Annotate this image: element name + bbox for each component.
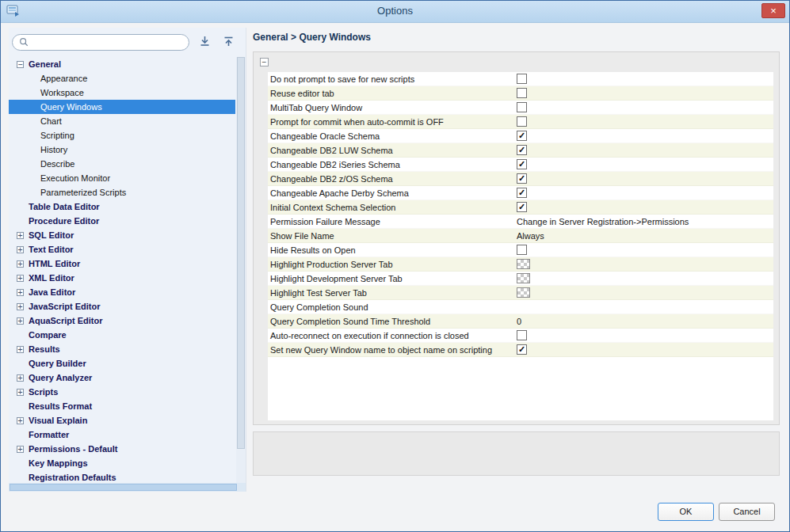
expand-node-icon[interactable]: + xyxy=(17,346,24,353)
setting-row-query-completion-sound-time-threshold: Query Completion Sound Time Threshold0 xyxy=(268,314,773,329)
cancel-button[interactable]: Cancel xyxy=(719,503,775,521)
title-bar[interactable]: Options × xyxy=(1,1,789,23)
checkbox-checked[interactable]: ✓ xyxy=(517,145,527,155)
breadcrumb: General > Query Windows xyxy=(253,28,780,47)
search-input[interactable] xyxy=(32,36,182,49)
collapse-node-icon[interactable]: − xyxy=(17,61,24,68)
checkbox-unchecked[interactable] xyxy=(517,102,527,112)
setting-label: MultiTab Query Window xyxy=(268,103,517,112)
tree-item-parameterized-scripts[interactable]: Parameterized Scripts xyxy=(9,185,235,200)
checkbox-checked[interactable]: ✓ xyxy=(517,159,527,169)
color-swatch[interactable] xyxy=(517,273,530,283)
search-icon xyxy=(19,37,29,48)
tree-item-describe[interactable]: Describe xyxy=(9,157,235,171)
tree-item-appearance[interactable]: Appearance xyxy=(9,71,235,86)
tree-vertical-scrollbar[interactable] xyxy=(236,57,246,483)
tree-item-label: Key Mappings xyxy=(29,458,88,468)
tree-item-results-format[interactable]: Results Format xyxy=(9,399,235,413)
tree-item-history[interactable]: History xyxy=(9,142,235,157)
tree-item-query-windows[interactable]: Query Windows xyxy=(9,100,235,114)
tree-item-text-editor[interactable]: +Text Editor xyxy=(9,242,235,256)
tree-item-javascript-editor[interactable]: +JavaScript Editor xyxy=(9,299,235,314)
tree-horizontal-scrollbar[interactable] xyxy=(9,483,246,492)
checkbox-checked[interactable]: ✓ xyxy=(517,188,527,198)
checkbox-checked[interactable]: ✓ xyxy=(517,344,527,355)
tree-item-scripts[interactable]: +Scripts xyxy=(9,385,235,399)
tree-item-label: Query Builder xyxy=(29,359,86,368)
checkbox-checked[interactable]: ✓ xyxy=(517,202,527,212)
setting-value: ✓ xyxy=(517,188,773,198)
tree-item-registration-defaults[interactable]: Registration Defaults xyxy=(9,470,235,483)
search-box[interactable] xyxy=(12,34,189,51)
tree-item-procedure-editor[interactable]: Procedure Editor xyxy=(9,214,235,228)
setting-label: Set new Query Window name to object name… xyxy=(268,345,517,355)
checkbox-unchecked[interactable] xyxy=(517,88,527,98)
expand-node-icon[interactable]: + xyxy=(17,374,24,382)
tree-item-execution-monitor[interactable]: Execution Monitor xyxy=(9,171,235,185)
tree-item-java-editor[interactable]: +Java Editor xyxy=(9,285,235,299)
tree-item-label: Execution Monitor xyxy=(40,173,110,183)
expand-node-icon[interactable]: + xyxy=(17,260,24,268)
ok-button[interactable]: OK xyxy=(658,503,714,521)
tree-item-aquascript-editor[interactable]: +AquaScript Editor xyxy=(9,314,235,328)
expand-all-icon xyxy=(199,36,211,50)
tree-item-formatter[interactable]: Formatter xyxy=(9,428,235,442)
tree-item-label: Describe xyxy=(40,159,74,169)
setting-value: 0 xyxy=(517,317,773,326)
expand-node-icon[interactable]: + xyxy=(17,246,24,253)
setting-row-prompt-for-commit-when-auto-commit-is-off: Prompt for commit when auto-commit is OF… xyxy=(268,115,773,129)
checkbox-unchecked[interactable] xyxy=(517,116,527,127)
checkbox-unchecked[interactable] xyxy=(517,74,527,84)
setting-label: Changeable DB2 LUW Schema xyxy=(268,146,517,155)
tree-item-general[interactable]: −General xyxy=(9,57,235,71)
expand-node-icon[interactable]: + xyxy=(17,275,24,282)
checkbox-unchecked[interactable] xyxy=(517,245,527,255)
tree-item-html-editor[interactable]: +HTML Editor xyxy=(9,256,235,271)
checkbox-unchecked[interactable] xyxy=(517,330,527,340)
setting-label: Changeable DB2 z/OS Schema xyxy=(268,174,517,184)
close-button[interactable]: × xyxy=(761,3,785,18)
tree-item-visual-explain[interactable]: +Visual Explain xyxy=(9,413,235,428)
expand-node-icon[interactable]: + xyxy=(17,446,24,453)
tree-item-query-analyzer[interactable]: +Query Analyzer xyxy=(9,370,235,385)
tree-item-query-builder[interactable]: Query Builder xyxy=(9,356,235,370)
tree-item-chart[interactable]: Chart xyxy=(9,114,235,128)
checkbox-checked[interactable]: ✓ xyxy=(517,131,527,141)
setting-label: Reuse editor tab xyxy=(268,89,517,98)
expand-node-icon[interactable]: + xyxy=(17,289,24,296)
setting-value: Always xyxy=(517,231,773,241)
tree-vertical-scrollbar-thumb[interactable] xyxy=(237,57,245,449)
tree-item-results[interactable]: +Results xyxy=(9,342,235,356)
setting-value: ✓ xyxy=(517,173,773,184)
tree-item-sql-editor[interactable]: +SQL Editor xyxy=(9,228,235,242)
expand-node-icon[interactable]: + xyxy=(17,232,24,239)
tree-item-permissions-default[interactable]: +Permissions - Default xyxy=(9,442,235,456)
collapse-all-button[interactable] xyxy=(219,35,237,51)
expand-node-icon[interactable]: + xyxy=(17,389,24,396)
tree-item-scripting[interactable]: Scripting xyxy=(9,128,235,142)
tree-item-key-mappings[interactable]: Key Mappings xyxy=(9,456,235,470)
section-collapse-icon[interactable]: − xyxy=(260,58,269,66)
tree-item-compare[interactable]: Compare xyxy=(9,328,235,342)
tree-item-workspace[interactable]: Workspace xyxy=(9,86,235,100)
setting-value-text[interactable]: Change in Server Registration->Permissio… xyxy=(517,217,689,226)
setting-label: Query Completion Sound xyxy=(268,302,517,312)
color-swatch[interactable] xyxy=(517,287,530,298)
checkbox-checked[interactable]: ✓ xyxy=(517,173,527,184)
expand-node-icon[interactable]: + xyxy=(17,317,24,325)
expand-node-icon[interactable]: + xyxy=(17,417,24,424)
tree-horizontal-scrollbar-thumb[interactable] xyxy=(10,484,237,491)
footer: OK Cancel xyxy=(1,492,789,531)
setting-value-text[interactable]: Always xyxy=(517,231,544,241)
tree-item-table-data-editor[interactable]: Table Data Editor xyxy=(9,200,235,214)
tree-item-label: Query Analyzer xyxy=(29,373,92,382)
color-swatch[interactable] xyxy=(517,259,530,269)
setting-value: ✓ xyxy=(517,159,773,169)
setting-row-do-not-prompt-to-save-for-new-scripts: Do not prompt to save for new scripts xyxy=(268,72,773,86)
settings-table: Do not prompt to save for new scriptsReu… xyxy=(268,72,773,420)
expand-all-button[interactable] xyxy=(196,35,213,51)
expand-node-icon[interactable]: + xyxy=(17,303,24,310)
setting-value-text[interactable]: 0 xyxy=(517,317,521,326)
setting-label: Show File Name xyxy=(268,231,517,241)
tree-item-xml-editor[interactable]: +XML Editor xyxy=(9,271,235,285)
